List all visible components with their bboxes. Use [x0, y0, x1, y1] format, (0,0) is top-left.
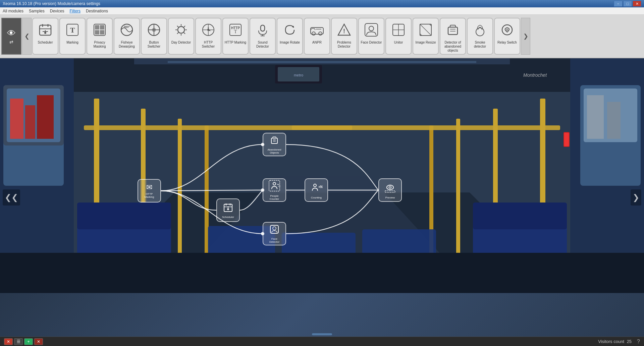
filter-module-anpr[interactable]: ANPR — [304, 18, 330, 55]
button-switcher-label: Button Switcher — [143, 41, 165, 49]
camera-eye-button[interactable]: 👁 ⇄ — [1, 18, 21, 55]
svg-text:T: T — [70, 26, 75, 34]
http-marking-node-icon: ✉ — [146, 183, 152, 192]
add-button[interactable]: + — [24, 338, 33, 345]
abandoned-objects-node[interactable]: AbandonedObjects — [263, 133, 286, 156]
filter-modules: SchedulerTMarkingPrivacy Masking360°Fish… — [32, 18, 520, 55]
filter-module-day-detector[interactable]: Day Detector — [168, 18, 194, 55]
filter-module-http-marking[interactable]: HTTPTHTTP Marking — [222, 18, 249, 55]
filter-module-problems-detector[interactable]: !Problems Detector — [331, 18, 357, 55]
statusbar-left: ✕ ☰ + ✕ — [4, 338, 43, 345]
counting-node[interactable]: +N Counting — [305, 178, 328, 202]
svg-point-19 — [152, 28, 156, 32]
svg-rect-88 — [292, 125, 560, 130]
svg-rect-71 — [25, 105, 35, 139]
list-button[interactable]: ☰ — [14, 338, 23, 345]
face-detector-node[interactable]: FaceDetector — [263, 222, 286, 245]
svg-text:T: T — [234, 29, 237, 34]
remove-button[interactable]: ✕ — [4, 338, 13, 345]
filter-module-sound-detector[interactable]: Sound Detector — [250, 18, 276, 55]
svg-line-25 — [177, 26, 178, 27]
problems-detector-icon: ! — [335, 20, 354, 39]
canvas-nav-left[interactable]: ❮❮ — [3, 189, 20, 206]
filter-module-relay-switch[interactable]: Relay Switch — [494, 18, 520, 55]
smoke-detector-label: Smoke detector — [469, 41, 491, 49]
marking-icon: T — [63, 20, 82, 39]
filter-toolbar: 👁 ⇄ ❮ SchedulerTMarkingPrivacy Masking36… — [0, 15, 644, 58]
scheduler-icon — [36, 20, 55, 39]
filter-module-privacy-masking[interactable]: Privacy Masking — [87, 18, 113, 55]
unitor-icon — [389, 20, 408, 39]
preview-node[interactable]: Preview — [378, 178, 402, 202]
sound-detector-label: Sound Detector — [252, 41, 274, 49]
scheduler-label: Scheduler — [38, 41, 53, 45]
svg-rect-96 — [0, 253, 644, 293]
help-button[interactable]: ? — [637, 339, 640, 345]
http-marking-node[interactable]: ✉ HTTPMarking — [138, 179, 161, 203]
face-detector-icon — [362, 20, 381, 39]
filter-module-scheduler[interactable]: Scheduler — [32, 18, 58, 55]
filter-module-marking[interactable]: TMarking — [59, 18, 86, 55]
svg-marker-55 — [429, 24, 431, 26]
svg-point-118 — [273, 182, 276, 185]
menu-samples[interactable]: Samples — [29, 9, 45, 13]
filter-module-button-switcher[interactable]: Button Switcher — [141, 18, 167, 55]
close-button[interactable]: ✕ — [633, 1, 641, 7]
window-controls: − □ ✕ — [614, 1, 641, 7]
preview-node-icon — [384, 181, 396, 195]
filter-module-image-resize[interactable]: Image Resize — [413, 18, 439, 55]
motion-detector-node[interactable]: +N PeopleCounter — [263, 178, 286, 202]
svg-point-60 — [476, 28, 484, 36]
svg-rect-75 — [587, 95, 604, 139]
filter-module-abandoned-objects[interactable]: Detector of abandoned objects — [440, 18, 466, 55]
minimize-button[interactable]: − — [614, 1, 623, 7]
menu-devices[interactable]: Devices — [50, 9, 64, 13]
svg-rect-76 — [607, 102, 621, 139]
svg-point-123 — [314, 184, 316, 187]
eye-icon: 👁 — [7, 28, 16, 39]
main-canvas: metro Montrochet ❮❮ ❯ — [0, 58, 644, 337]
svg-point-20 — [178, 26, 184, 33]
canvas-nav-right[interactable]: ❯ — [631, 189, 641, 206]
http-switcher-label: HTTP Switcher — [197, 41, 219, 49]
marking-label: Marking — [66, 41, 78, 45]
image-resize-icon — [416, 20, 435, 39]
svg-text:+N: +N — [318, 185, 322, 189]
counting-node-icon: +N — [310, 181, 322, 195]
svg-line-28 — [177, 33, 178, 34]
scroll-indicator — [312, 333, 332, 335]
abandoned-objects-label: Detector of abandoned objects — [442, 41, 464, 53]
filter-module-smoke-detector[interactable]: Smoke detector — [467, 18, 493, 55]
svg-rect-10 — [95, 25, 99, 30]
delete-button[interactable]: ✕ — [34, 338, 43, 345]
smoke-detector-icon — [471, 20, 489, 39]
relay-switch-label: Relay Switch — [497, 41, 517, 45]
svg-rect-90 — [77, 203, 171, 229]
http-marking-label: HTTP Marking — [225, 41, 246, 45]
menu-destinations[interactable]: Destinations — [86, 9, 108, 13]
problems-detector-label: Problems Detector — [333, 41, 355, 49]
filter-module-unitor[interactable]: Unitor — [385, 18, 412, 55]
toolbar-nav-left[interactable]: ❮ — [22, 18, 32, 55]
svg-text:+N: +N — [278, 185, 280, 188]
filter-module-fisheye[interactable]: 360°Fisheye Dewarping — [114, 18, 140, 55]
fisheye-label: Fisheye Dewarping — [116, 41, 138, 49]
anpr-icon — [308, 20, 326, 39]
toolbar-nav-right[interactable]: ❯ — [521, 18, 530, 55]
http-marking-icon: HTTPT — [226, 20, 245, 39]
svg-rect-92 — [473, 203, 567, 229]
scheduler-node[interactable]: Scheduler — [216, 198, 240, 222]
svg-point-122 — [273, 227, 276, 230]
filter-module-face-detector[interactable]: Face Detector — [358, 18, 384, 55]
filter-module-http-switcher[interactable]: HTTP Switcher — [195, 18, 221, 55]
svg-line-27 — [184, 26, 185, 27]
svg-rect-13 — [100, 30, 104, 35]
filter-module-image-rotate[interactable]: Image Rotate — [277, 18, 303, 55]
menu-filters[interactable]: Filters — [69, 9, 80, 13]
privacy-masking-icon — [90, 20, 109, 39]
menu-all-modules[interactable]: All modules — [3, 9, 23, 13]
menubar: All modules Samples Devices Filters Dest… — [0, 7, 644, 15]
svg-text:Montrochet: Montrochet — [523, 72, 547, 78]
http-switcher-icon — [199, 20, 218, 39]
maximize-button[interactable]: □ — [623, 1, 632, 7]
